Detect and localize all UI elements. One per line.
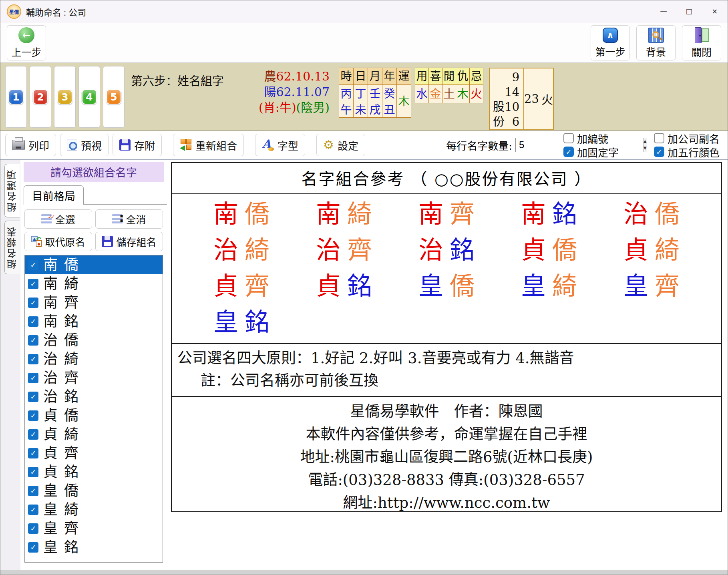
tab-current-pattern[interactable]: 目前格局 — [24, 185, 84, 205]
list-item[interactable]: 治僑 — [25, 331, 163, 350]
checkbox-icon[interactable] — [28, 260, 38, 270]
tab-group-report[interactable]: 組名報表 — [4, 221, 20, 274]
background-button[interactable]: 背景 — [636, 25, 676, 60]
select-all-button[interactable]: 全選 — [24, 209, 92, 229]
name-combination: 南齊 — [395, 197, 498, 232]
step-card-1[interactable]: 1 — [5, 66, 27, 128]
clear-all-label: 全消 — [126, 212, 146, 226]
list-item[interactable]: 治綺 — [25, 350, 163, 368]
tab-group-options[interactable]: 組名選項 — [4, 164, 20, 217]
names-per-row-label: 每行名字數量: — [446, 138, 512, 153]
maximize-button[interactable]: □ — [676, 0, 702, 23]
minimize-button[interactable]: ─ — [651, 0, 676, 23]
checkbox-icon[interactable] — [28, 316, 38, 327]
checkbox-icon[interactable] — [28, 298, 38, 308]
settings-button[interactable]: ⚙設定 — [316, 134, 365, 156]
list-item[interactable]: 貞銘 — [25, 462, 163, 481]
back-step-button[interactable]: ← 上一步 — [7, 25, 46, 60]
name-char: 皇 — [521, 269, 546, 304]
list-item[interactable]: 治銘 — [25, 387, 163, 406]
list-item[interactable]: 南綺 — [25, 274, 163, 293]
main-region: 組名選項 組名報表 請勾選欲組合名字 目前格局 全選 全消 ↶取代原名 儲存組名… — [0, 160, 728, 570]
option-label: 加固定字 — [577, 145, 619, 159]
font-button[interactable]: 字型 — [255, 134, 305, 156]
preview-button[interactable]: 預視 — [60, 134, 109, 156]
step-card-2[interactable]: 2 — [30, 66, 51, 128]
list-item[interactable]: 貞綺 — [25, 425, 163, 444]
save-button[interactable]: 存附 — [113, 134, 162, 156]
names-per-row-spinner: ▲ ▼ — [515, 138, 552, 152]
name-combination: 治僑 — [600, 197, 703, 232]
lunar-date: 62.10.13 — [276, 69, 330, 83]
checkbox-icon[interactable] — [28, 354, 38, 364]
name-char: 治 — [213, 233, 238, 268]
list-item[interactable]: 皇僑 — [25, 481, 163, 500]
branch: 丑 — [382, 102, 396, 118]
pillar-column-year: 年 癸丑 — [382, 68, 397, 118]
footer-line-website: 網址:http://www.ncc.com.tw — [172, 491, 721, 514]
checkbox-icon[interactable] — [28, 410, 38, 421]
option-add-element-colors[interactable]: 加五行顏色 — [654, 145, 720, 158]
name-checkbox-list[interactable]: 南僑 南綺 南齊 南銘 治僑 治綺 治齊 治銘 貞僑 貞綺 貞齊 貞銘 皇僑 皇… — [24, 255, 163, 563]
close-app-button[interactable]: 關閉 — [682, 25, 721, 60]
replace-image-icon: ↶ — [31, 236, 42, 247]
element-column: 閒 土 — [442, 68, 456, 103]
name-char: 銘 — [347, 269, 372, 304]
checkbox-icon[interactable] — [28, 429, 38, 440]
pillar-values: 丙午 — [339, 85, 354, 118]
option-add-number[interactable]: 加編號 — [563, 132, 644, 145]
checkbox-icon[interactable] — [563, 133, 574, 143]
option-label: 加公司副名 — [668, 131, 720, 146]
name-char: 綺 — [347, 197, 372, 232]
print-button[interactable]: 列印 — [5, 134, 56, 156]
checkbox-icon[interactable] — [28, 542, 38, 553]
checkbox-icon[interactable] — [654, 147, 664, 157]
checkbox-icon[interactable] — [28, 373, 38, 383]
checkbox-icon[interactable] — [28, 279, 38, 289]
clear-all-button[interactable]: 全消 — [95, 209, 163, 229]
replace-original-button[interactable]: ↶取代原名 — [24, 232, 92, 251]
checkbox-icon[interactable] — [28, 486, 38, 496]
checkbox-icon[interactable] — [28, 392, 38, 402]
first-step-button[interactable]: ∧ 第一步 — [591, 25, 630, 60]
list-item[interactable]: 南僑 — [25, 255, 163, 274]
list-item[interactable]: 皇銘 — [25, 538, 163, 557]
name-char: 僑 — [552, 233, 577, 268]
step-card-3[interactable]: 3 — [54, 66, 76, 128]
recombine-button[interactable]: 重新組合 — [173, 134, 244, 156]
step-card-4[interactable]: 4 — [78, 66, 100, 128]
checkbox-icon[interactable] — [28, 467, 38, 477]
current-step-label: 第六步：姓名組字 — [131, 72, 224, 127]
option-add-fixed-char[interactable]: 加固定字 — [563, 145, 644, 158]
name-char: 南 — [521, 197, 546, 232]
pillar-header: 年 — [382, 68, 397, 85]
save-group-button[interactable]: 儲存組名 — [95, 232, 163, 251]
option-add-company-alias[interactable]: 加公司副名 — [654, 132, 720, 145]
list-item[interactable]: 南齊 — [25, 293, 163, 312]
list-item[interactable]: 貞僑 — [25, 406, 163, 425]
close-window-button[interactable]: × — [702, 0, 728, 23]
pillar-header: 月 — [368, 68, 382, 85]
stem: 丙 — [339, 86, 353, 102]
strokes-total: 23 火 — [524, 68, 553, 129]
checkbox-icon[interactable] — [654, 133, 664, 143]
checkbox-icon[interactable] — [28, 523, 38, 534]
name-option-label: 南綺 — [43, 274, 85, 293]
pillar-column-day: 日 丁未 — [354, 68, 368, 118]
step-card-5[interactable]: 5 — [103, 66, 125, 128]
checkbox-icon[interactable] — [28, 448, 38, 458]
checkbox-icon[interactable] — [28, 335, 38, 346]
gender-label: (陰男) — [296, 101, 330, 115]
name-char: 齊 — [655, 269, 680, 304]
list-item[interactable]: 皇齊 — [25, 519, 163, 538]
app-window: 星僑 輔助命名 : 公司 ─ □ × ← 上一步 ∧ 第一步 背景 — [0, 0, 728, 575]
list-item[interactable]: 貞齊 — [25, 444, 163, 462]
solar-date-line: 陽62.11.07 — [234, 84, 330, 100]
checkbox-icon[interactable] — [563, 147, 574, 157]
name-char: 治 — [418, 233, 443, 268]
list-item[interactable]: 皇綺 — [25, 500, 163, 519]
sidebar-header: 請勾選欲組合名字 — [24, 162, 164, 182]
list-item[interactable]: 南銘 — [25, 312, 163, 331]
checkbox-icon[interactable] — [28, 505, 38, 515]
list-item[interactable]: 治齊 — [25, 368, 163, 387]
